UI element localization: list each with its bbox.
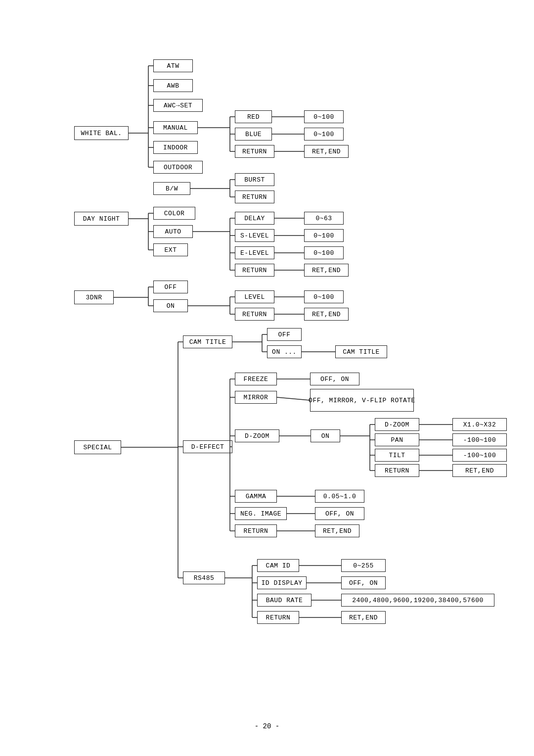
svg-line-64 <box>277 397 310 400</box>
connector-lines <box>30 30 504 712</box>
page: WHITE BAL.ATWAWBAWC→SETMANUALINDOOROUTDO… <box>0 0 534 756</box>
diagram: WHITE BAL.ATWAWBAWC→SETMANUALINDOOROUTDO… <box>30 30 504 712</box>
page-number: - 20 - <box>0 722 534 730</box>
